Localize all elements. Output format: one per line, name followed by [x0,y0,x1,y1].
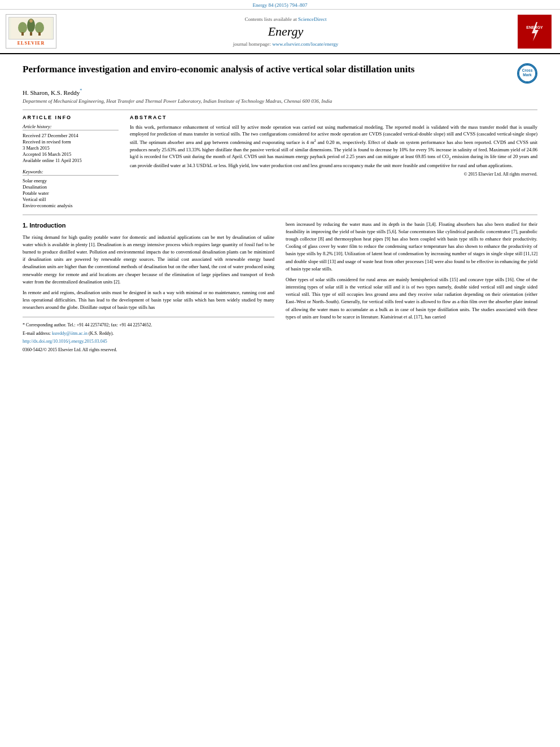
accepted-date: Accepted 16 March 2015 [23,151,119,157]
paper-title: Performance investigation and enviro-eco… [23,63,511,76]
keywords-label: Keywords: [23,169,119,176]
energy-logo-box: ENERGY [518,15,552,49]
footnote-area: * Corresponding author. Tel.: +91 44 225… [23,317,274,353]
article-info-heading: ARTICLE INFO [23,115,119,120]
doi-link[interactable]: http://dx.doi.org/10.1016/j.energy.2015.… [23,339,107,344]
svg-rect-4 [21,32,24,36]
keyword-solar-energy: Solar energy [23,178,119,184]
right-para-2: Other types of solar stills considered f… [286,276,537,321]
energy-logo-right: ENERGY [515,15,554,49]
revised-date: 3 March 2015 [23,145,119,151]
footnote-email-link[interactable]: ksreddy@iitm.ac.in [52,331,88,336]
journal-homepage-link[interactable]: www.elsevier.com/locate/energy [272,41,338,47]
abstract-text: In this work, performance enhancement of… [130,124,537,169]
svg-point-3 [35,22,44,33]
svg-rect-6 [38,32,41,36]
article-info-abstract-section: ARTICLE INFO Article history: Received 2… [23,110,537,209]
keyword-desalination: Desalination [23,184,119,190]
paper-content: Performance investigation and enviro-eco… [0,54,560,360]
intro-para-2: In remote and arid regions, desalination… [23,289,274,312]
keyword-potable-water: Potable water [23,190,119,196]
title-row: Performance investigation and enviro-eco… [23,63,537,84]
svg-point-7 [29,19,33,23]
keyword-enviro-economic: Enviro-economic analysis [23,203,119,208]
right-para-1: been increased by reducing the water mas… [286,221,537,273]
received-date: Received 27 December 2014 [23,133,119,138]
body-content: 1. Introduction The rising demand for hi… [23,221,537,355]
elsevier-brand: ELSEVIER [18,41,45,46]
svg-point-1 [18,22,27,33]
journal-citation: Energy 84 (2015) 794–807 [0,0,560,10]
elsevier-logo: ELSEVIER [6,14,56,49]
body-col-left: 1. Introduction The rising demand for hi… [23,221,274,355]
copyright-notice: © 2015 Elsevier Ltd. All rights reserved… [130,172,537,177]
article-info-panel: ARTICLE INFO Article history: Received 2… [23,115,119,209]
crossmark-icon: Cross Mark [517,63,537,84]
available-date: Available online 11 April 2015 [23,158,119,163]
sciencedirect-text: Contents lists available at ScienceDirec… [56,16,515,22]
journal-title-block: Contents lists available at ScienceDirec… [56,16,515,47]
intro-heading: 1. Introduction [23,221,274,230]
elsevier-logo-image [8,17,54,40]
authors-line: H. Sharon, K.S. Reddy* [23,88,537,96]
abstract-panel: ABSTRACT In this work, performance enhan… [130,115,537,209]
journal-name: Energy [56,24,515,39]
received-revised-label: Received in revised form [23,139,119,145]
journal-header: ELSEVIER Contents lists available at Sci… [0,10,560,54]
sciencedirect-link[interactable]: ScienceDirect [298,16,326,22]
doi-line: http://dx.doi.org/10.1016/j.energy.2015.… [23,338,274,345]
issn-line: 0360-5442/© 2015 Elsevier Ltd. All right… [23,347,274,353]
svg-rect-5 [30,32,32,36]
svg-text:Mark: Mark [523,73,532,77]
affiliation: Department of Mechanical Engineering, He… [23,98,537,104]
corresponding-marker: * [80,88,82,93]
footnote-corresponding: * Corresponding author. Tel.: +91 44 225… [23,322,274,329]
journal-homepage: journal homepage: www.elsevier.com/locat… [56,41,515,47]
intro-para-1: The rising demand for high quality potab… [23,234,274,286]
abstract-heading: ABSTRACT [130,115,537,120]
footnote-email: E-mail address: ksreddy@iitm.ac.in (K.S.… [23,330,274,337]
svg-text:Cross: Cross [522,68,533,72]
keyword-vertical-still: Vertical still [23,196,119,202]
section-divider [23,215,537,215]
body-col-right: been increased by reducing the water mas… [286,221,537,355]
article-history-label: Article history: [23,124,119,130]
